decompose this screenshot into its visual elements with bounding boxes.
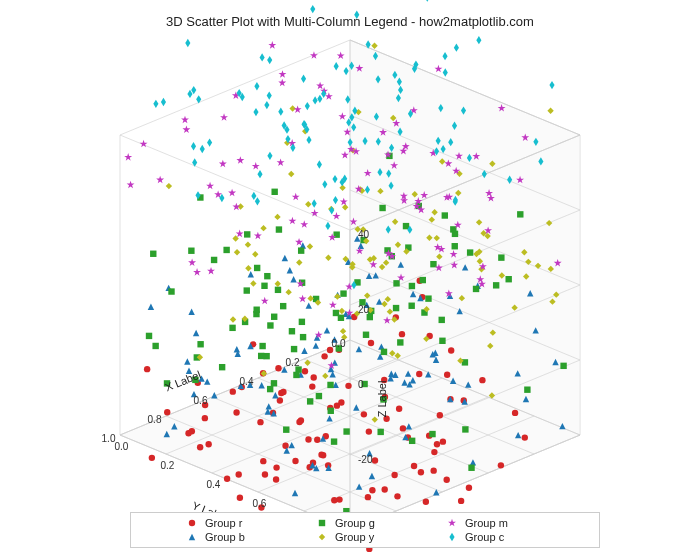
svg-rect-245 — [197, 341, 203, 347]
legend-label: Group m — [465, 517, 508, 529]
svg-rect-257 — [442, 212, 448, 218]
svg-rect-255 — [283, 426, 289, 432]
svg-point-81 — [443, 477, 449, 483]
svg-point-116 — [479, 377, 485, 383]
svg-point-130 — [257, 419, 263, 425]
svg-rect-331 — [146, 333, 152, 339]
svg-point-59 — [361, 411, 367, 417]
svg-rect-281 — [393, 280, 399, 286]
svg-rect-321 — [429, 431, 435, 437]
svg-rect-296 — [462, 426, 468, 432]
svg-marker-587 — [219, 194, 224, 202]
svg-text:20: 20 — [358, 304, 370, 315]
legend-item: Group r — [185, 517, 285, 529]
svg-text:0.4: 0.4 — [207, 479, 221, 490]
svg-point-93 — [321, 353, 327, 359]
svg-point-98 — [458, 498, 464, 504]
svg-marker-617 — [255, 197, 260, 205]
svg-point-128 — [366, 428, 372, 434]
svg-marker-580 — [305, 102, 310, 110]
svg-marker-417 — [245, 241, 251, 247]
svg-point-77 — [305, 436, 311, 442]
svg-point-79 — [205, 441, 211, 447]
svg-marker-473 — [236, 156, 244, 164]
svg-marker-455 — [292, 193, 300, 201]
legend-label: Group b — [205, 531, 245, 543]
svg-rect-319 — [328, 408, 334, 414]
svg-marker-551 — [253, 108, 258, 116]
svg-rect-292 — [219, 364, 225, 370]
svg-point-119 — [202, 415, 208, 421]
svg-marker-360 — [288, 171, 294, 177]
svg-marker-494 — [236, 230, 244, 238]
svg-point-56 — [434, 441, 440, 447]
svg-marker-386 — [339, 308, 345, 314]
svg-marker-470 — [156, 176, 164, 184]
svg-marker-399 — [275, 281, 281, 287]
svg-rect-306 — [377, 429, 383, 435]
svg-point-123 — [144, 366, 150, 372]
svg-rect-326 — [293, 372, 299, 378]
svg-marker-625 — [332, 175, 337, 183]
svg-marker-468 — [338, 112, 346, 120]
svg-marker-356 — [252, 251, 258, 257]
svg-rect-318 — [409, 283, 415, 289]
svg-point-129 — [262, 471, 268, 477]
svg-point-67 — [311, 374, 317, 380]
svg-marker-591 — [443, 68, 448, 76]
svg-point-80 — [437, 412, 443, 418]
svg-rect-241 — [397, 339, 403, 345]
svg-point-41 — [416, 371, 422, 377]
figure: 3D Scatter Plot with Multi-Column Legend… — [0, 0, 700, 560]
svg-point-97 — [431, 449, 437, 455]
svg-marker-545 — [476, 36, 481, 44]
svg-point-78 — [372, 457, 378, 463]
svg-marker-151 — [188, 309, 194, 315]
svg-marker-160 — [301, 348, 307, 354]
svg-point-69 — [233, 409, 239, 415]
svg-text:0.6: 0.6 — [194, 395, 208, 406]
svg-point-114 — [236, 471, 242, 477]
svg-text:0.2: 0.2 — [286, 357, 300, 368]
svg-rect-260 — [420, 277, 426, 283]
svg-marker-526 — [316, 82, 324, 90]
legend-item: Group m — [445, 517, 545, 529]
legend-label: Group r — [205, 517, 242, 529]
svg-marker-146 — [234, 346, 240, 352]
svg-rect-282 — [468, 465, 474, 471]
d-marker-icon — [445, 531, 459, 543]
svg-rect-265 — [340, 290, 346, 296]
z-axis-label: Z Label — [376, 381, 388, 418]
svg-marker-501 — [207, 267, 215, 275]
svg-marker-222 — [287, 267, 293, 273]
svg-marker-458 — [193, 268, 201, 276]
svg-marker-491 — [181, 116, 189, 124]
svg-text:40: 40 — [358, 229, 370, 240]
svg-marker-564 — [257, 170, 262, 178]
svg-rect-333 — [333, 310, 339, 316]
svg-rect-242 — [168, 288, 174, 294]
svg-point-73 — [309, 383, 315, 389]
svg-marker-492 — [299, 295, 307, 303]
legend-item: Group g — [315, 517, 415, 529]
svg-point-36 — [365, 494, 371, 500]
svg-marker-538 — [442, 52, 447, 60]
svg-point-127 — [296, 419, 302, 425]
svg-point-118 — [260, 458, 266, 464]
svg-rect-251 — [409, 438, 415, 444]
svg-rect-239 — [267, 386, 273, 392]
svg-text:-20: -20 — [358, 454, 373, 465]
axes3d: 0.00.20.40.60.81.00.00.20.40.60.81.0-40-… — [20, 40, 680, 480]
svg-rect-283 — [259, 343, 265, 349]
svg-marker-203 — [148, 303, 154, 309]
svg-point-115 — [197, 444, 203, 450]
svg-rect-286 — [271, 189, 277, 195]
svg-marker-654 — [189, 534, 195, 540]
svg-rect-244 — [307, 398, 313, 404]
D-marker-icon — [315, 531, 329, 543]
svg-rect-299 — [261, 283, 267, 289]
svg-rect-274 — [300, 334, 306, 340]
svg-point-126 — [292, 458, 298, 464]
legend-item: Group y — [315, 531, 415, 543]
svg-marker-391 — [234, 249, 240, 255]
